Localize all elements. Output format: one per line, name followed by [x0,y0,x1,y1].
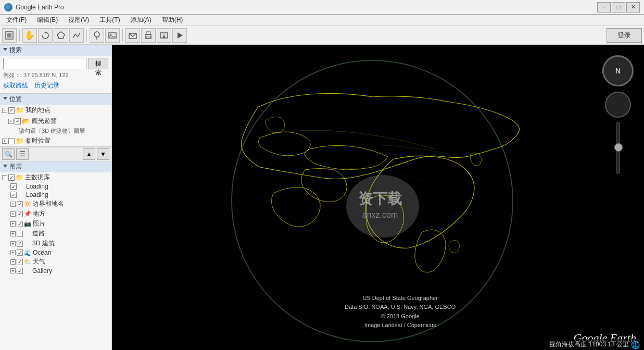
temp-checkbox[interactable] [8,138,15,144]
position-header[interactable]: 位置 [0,94,111,105]
main-db-folder-icon: 📁 [16,174,23,181]
roads-label: 道路 [32,229,45,238]
sightseeing-item[interactable]: + 📂 觀光遊覽 [0,116,111,127]
layer-borders[interactable]: + 🔆 边界和地名 [0,199,111,209]
login-button[interactable]: 登录 [607,28,642,43]
temp-icon: 📁 [16,137,24,145]
toolbar-print-button[interactable] [141,28,156,43]
sightseeing-checkbox[interactable] [15,118,21,124]
layer-weather[interactable]: + ⛅ 天气 [0,257,111,267]
position-section: 位置 - 📁 我的地点 + 📂 觀光遊覽 請勾選〔3D 建築物〕圖層 + [0,94,111,147]
history-link[interactable]: 历史记录 [34,81,59,90]
layer-loading1[interactable]: Loading [0,182,111,191]
compass[interactable]: N [602,55,634,86]
compass-north-label: N [615,67,621,75]
layers-section: 图层 - 📁 主数据库 Loading [0,161,111,350]
my-places-checkbox[interactable] [8,107,15,114]
toolbar-home-button[interactable] [2,28,17,43]
layer-3d-buildings[interactable]: + 3D 建筑 [0,239,111,248]
loading2-checkbox[interactable] [10,192,17,198]
weather-icon: ⛅ [24,258,31,265]
loading1-label: Loading [26,183,48,190]
roads-checkbox[interactable] [17,231,23,237]
photos-expand[interactable]: + [10,221,16,227]
layers-title: 图层 [9,162,22,171]
3d-buildings-label: 3D 建筑 [32,239,55,248]
places-checkbox[interactable] [17,211,23,217]
search-button[interactable]: 搜索 [89,58,108,69]
layer-loading2[interactable]: Loading [0,191,111,199]
toolbar-orbit-button[interactable] [38,28,53,43]
ocean-label: Ocean [33,249,51,256]
earth-icon [4,3,12,11]
menu-help[interactable]: 帮助(H) [158,15,187,26]
weather-checkbox[interactable] [17,259,23,265]
menu-add[interactable]: 添加(A) [127,15,156,26]
my-places-expand[interactable]: - [2,108,7,113]
photos-label: 照片 [33,219,45,228]
maximize-button[interactable]: □ [612,2,625,12]
get-route-link[interactable]: 获取路线 [3,81,28,90]
toolbar-save-image-button[interactable] [157,28,171,43]
places-expand[interactable]: + [10,211,16,217]
toolbar-polygon-button[interactable] [54,28,68,43]
panel-down-btn[interactable]: ▼ [97,148,109,160]
watermark-line2-svg: anxz.com [362,210,398,219]
search-header[interactable]: 搜索 [0,45,111,56]
weather-label: 天气 [33,257,45,266]
3d-buildings-expand[interactable]: + [10,241,16,246]
layer-main-db[interactable]: - 📁 主数据库 [0,172,111,182]
photos-checkbox[interactable] [17,221,23,227]
nav-slider-thumb[interactable] [614,143,623,152]
layer-photos[interactable]: + 📷 照片 [0,219,111,229]
borders-expand[interactable]: + [10,202,16,207]
position-collapse-icon [3,97,7,102]
minimize-button[interactable]: － [597,2,611,12]
loading1-checkbox[interactable] [10,183,17,190]
toolbar-email-button[interactable] [125,28,140,43]
weather-expand[interactable]: + [10,259,16,265]
gallery-label: Gallery [32,267,52,274]
ocean-expand[interactable]: + [10,250,16,255]
attribution-line3: © 2018 Google [345,312,456,321]
panel-up-btn[interactable]: ▲ [83,148,95,160]
toolbar-image-button[interactable] [105,28,120,43]
search-title: 搜索 [9,46,22,55]
layer-roads[interactable]: + 道路 [0,229,111,239]
layer-gallery[interactable]: + Gallery [0,267,111,275]
toolbar-placemark-button[interactable] [90,28,104,43]
toolbar-tour-button[interactable] [172,28,187,43]
menu-file[interactable]: 文件(F) [2,15,31,26]
roads-expand[interactable]: + [10,231,16,236]
ocean-checkbox[interactable] [17,249,23,256]
titlebar-controls: － □ ✕ [597,2,640,12]
temp-expand[interactable]: + [2,139,7,144]
search-links: 获取路线 历史记录 [0,80,111,91]
close-button[interactable]: ✕ [626,2,640,12]
toolbar-hand-button[interactable]: ✋ [22,28,37,43]
my-places-item[interactable]: - 📁 我的地点 [0,105,111,116]
3d-buildings-checkbox[interactable] [17,241,23,247]
layer-places[interactable]: + 📌 地方 [0,209,111,219]
layer-ocean[interactable]: + 🌊 Ocean [0,248,111,257]
gallery-expand[interactable]: + [10,268,16,273]
menu-tools[interactable]: 工具(T) [95,15,124,26]
main-db-expand[interactable]: - [2,175,7,180]
search-input[interactable] [3,58,86,69]
toolbar: ✋ 登录 [0,26,644,45]
map-area[interactable]: 资下载 anxz.com N US Dept of State Geograph… [112,45,644,350]
main-db-checkbox[interactable] [8,174,15,181]
nav-slider-track[interactable] [616,122,620,174]
panel-list-btn[interactable]: ☰ [16,148,29,160]
panel-search-btn[interactable]: 🔍 [2,148,15,160]
toolbar-path-button[interactable] [69,28,84,43]
sightseeing-expand[interactable]: + [8,119,14,124]
nav-circle[interactable] [605,92,631,118]
temp-places-item[interactable]: + 📁 临时位置 [0,135,111,146]
borders-checkbox[interactable] [17,201,23,207]
layers-header[interactable]: 图层 [0,161,111,172]
gallery-checkbox[interactable] [17,268,23,274]
menu-view[interactable]: 视图(V) [64,15,93,26]
watermark-line1-svg: 资下载 [358,191,402,207]
menu-edit[interactable]: 编辑(B) [33,15,62,26]
